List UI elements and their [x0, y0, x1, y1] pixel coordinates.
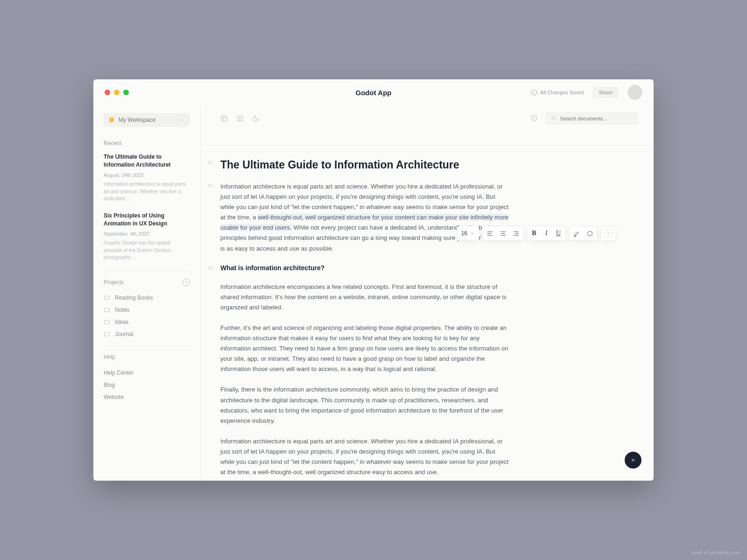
app-window: Godot App All Changes Saved Share My Wor… [93, 79, 654, 481]
circle-icon [586, 230, 593, 237]
chevron-down-icon [470, 231, 475, 236]
help-list: Help Center Blog Website [104, 367, 190, 403]
recent-item-date: September, 4th 2020 [104, 231, 190, 237]
align-right-icon [513, 230, 520, 237]
traffic-lights [105, 90, 129, 95]
help-heading: Help [104, 354, 190, 360]
titlebar: Godot App All Changes Saved Share [93, 79, 654, 105]
sidebar-divider [104, 271, 190, 271]
highlight-button[interactable] [572, 229, 581, 238]
layout-icon[interactable] [220, 115, 228, 122]
sidebar-divider [104, 346, 190, 346]
search-icon [551, 115, 557, 121]
project-item[interactable]: Reading Books [104, 292, 190, 304]
align-left-button[interactable] [485, 229, 494, 238]
sidebar: My Workspace Recent The Ultimate Guide t… [93, 105, 201, 481]
document-paragraph[interactable]: Further, it's the art and science of org… [220, 323, 510, 374]
help-link[interactable]: Help Center [104, 367, 190, 379]
block-tag: h3 [208, 266, 213, 271]
recent-item-title: Six Principles of Using Animation in UX … [104, 212, 190, 228]
italic-button[interactable]: I [542, 229, 550, 238]
underline-button[interactable]: U [554, 229, 563, 238]
close-window-icon[interactable] [105, 90, 110, 95]
workspace-selector[interactable]: My Workspace [104, 113, 190, 127]
plus-icon [184, 280, 188, 284]
folder-icon [104, 307, 110, 313]
block-tag: b1 [208, 183, 213, 188]
align-group [482, 226, 524, 241]
add-project-button[interactable] [183, 279, 190, 286]
folder-icon [104, 331, 110, 337]
document-paragraph[interactable]: Information architecture encompasses a f… [220, 282, 510, 313]
help-link[interactable]: Blog [104, 379, 190, 391]
close-fab-button[interactable] [625, 452, 641, 469]
workspace-icon [109, 118, 114, 122]
editor: h1 The Ultimate Guide to Information Arc… [201, 105, 654, 481]
folder-icon [104, 319, 110, 325]
avatar[interactable] [627, 85, 642, 100]
document-paragraph[interactable]: Information architecture is equal parts … [220, 182, 510, 254]
format-toolbar: 16 B I U [457, 226, 616, 241]
editor-toolbar-divider [201, 145, 654, 146]
folder-icon [104, 294, 110, 301]
document-paragraph[interactable]: Information architecture is equal parts … [220, 436, 510, 477]
recent-item-date: August, 24th 2020 [104, 172, 190, 178]
pen-icon [573, 230, 580, 237]
project-item[interactable]: Notes [104, 304, 190, 316]
font-size-select[interactable]: 16 [457, 226, 479, 241]
recent-item-snippet: Graphic Design has the spatial principle… [104, 239, 190, 261]
style-group: B I U [527, 226, 566, 241]
document-subheading[interactable]: What is information architecture? [220, 264, 510, 272]
align-center-icon [500, 230, 507, 237]
search-box[interactable] [545, 112, 639, 125]
watermark: post of uimaker.com [692, 550, 740, 555]
bold-button[interactable]: B [530, 229, 538, 238]
editor-toolbar [220, 112, 639, 132]
color-button[interactable] [585, 229, 594, 238]
projects-list: Reading Books Notes Ideas Journal [104, 292, 190, 340]
project-item[interactable]: Ideas [104, 316, 190, 328]
close-icon [630, 457, 636, 463]
book-icon[interactable] [236, 115, 244, 122]
help-link[interactable]: Website [104, 391, 190, 403]
close-icon [606, 231, 610, 235]
check-circle-icon [531, 89, 537, 96]
project-label: Reading Books [115, 294, 153, 301]
align-left-icon [486, 230, 493, 237]
recent-item[interactable]: Six Principles of Using Animation in UX … [104, 212, 190, 261]
save-status-label: All Changes Saved [540, 90, 584, 95]
recent-heading: Recent [104, 140, 190, 147]
project-label: Ideas [115, 319, 128, 325]
workspace-label: My Workspace [119, 117, 155, 123]
search-input[interactable] [560, 116, 633, 121]
save-status: All Changes Saved [531, 89, 584, 96]
svg-point-3 [587, 231, 592, 236]
projects-heading: Projects [104, 279, 124, 286]
document-paragraph[interactable]: Finally, there is the information archit… [220, 385, 510, 426]
pocket-icon[interactable] [530, 115, 538, 122]
close-toolbar-button[interactable] [604, 229, 613, 238]
project-label: Journal [115, 331, 133, 337]
svg-point-2 [552, 117, 555, 120]
document-title[interactable]: The Ultimate Guide to Information Archit… [220, 159, 510, 171]
svg-rect-1 [221, 116, 227, 121]
app-title: Godot App [356, 89, 392, 97]
block-tag: h1 [208, 161, 213, 165]
moon-icon[interactable] [252, 115, 260, 122]
align-center-button[interactable] [498, 229, 507, 238]
share-button[interactable]: Share [592, 87, 619, 98]
font-size-value: 16 [461, 230, 467, 237]
maximize-window-icon[interactable] [123, 90, 129, 95]
align-right-button[interactable] [511, 229, 521, 238]
minimize-window-icon[interactable] [114, 90, 120, 95]
titlebar-right: All Changes Saved Share [531, 85, 642, 100]
tools-group [569, 226, 598, 241]
recent-item[interactable]: The Ultimate Guide to Information Archit… [104, 153, 190, 203]
chevron-down-icon [179, 117, 184, 123]
project-label: Notes [115, 307, 129, 313]
close-group [600, 226, 616, 241]
recent-item-snippet: Information architecture is equal parts … [104, 181, 190, 203]
recent-item-title: The Ultimate Guide to Information Archit… [104, 153, 190, 169]
project-item[interactable]: Journal [104, 328, 190, 340]
